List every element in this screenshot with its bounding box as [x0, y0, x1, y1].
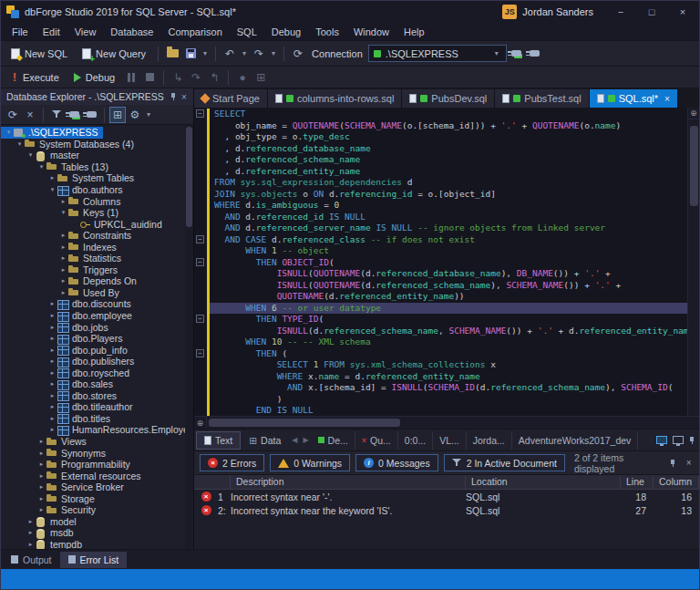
tree-item[interactable]: ▸Storage [1, 493, 100, 505]
menu-item-sql[interactable]: SQL [230, 25, 264, 39]
menu-item-debug[interactable]: Debug [264, 25, 308, 39]
user-name[interactable]: Jordan Sanders [522, 6, 593, 17]
expand-icon[interactable]: ▸ [58, 243, 68, 251]
disconnect-icon[interactable] [83, 107, 99, 123]
tree-item[interactable]: ▸dbo.jobs [1, 321, 114, 333]
fold-toggle-icon[interactable]: − [196, 258, 204, 266]
code-line[interactable]: AND d.referenced_id IS NULL [194, 212, 687, 223]
collapse-icon[interactable]: ▾ [15, 140, 25, 148]
error-header-location[interactable]: Location [466, 475, 621, 489]
debug-button[interactable]: Debug [67, 70, 121, 85]
expand-icon[interactable]: ▸ [47, 312, 57, 319]
menu-item-tools[interactable]: Tools [308, 25, 346, 39]
tree-item[interactable]: ▸Synonyms [1, 447, 111, 459]
tree-item[interactable]: ▸dbo.pub_info [1, 344, 133, 356]
step-into-icon[interactable]: ↳ [170, 69, 186, 86]
step-out-icon[interactable]: ↰ [206, 69, 222, 86]
new-query-button[interactable]: New Query [76, 47, 152, 61]
expand-icon[interactable]: ▸ [26, 529, 36, 536]
menu-item-file[interactable]: File [5, 25, 36, 39]
expand-icon[interactable]: ▸ [47, 357, 57, 365]
expand-icon[interactable]: ▸ [36, 461, 46, 468]
expand-icon[interactable]: ▸ [36, 472, 46, 480]
fold-toggle-icon[interactable]: − [196, 235, 204, 243]
tree-scrollbar[interactable] [185, 125, 193, 549]
code-line[interactable]: QUOTENAME(d.referenced_entity_name)) [194, 291, 687, 303]
code-line[interactable]: − THEN OBJECT_ID( [194, 257, 687, 269]
code-line[interactable]: END IS NULL [194, 405, 687, 416]
save-dropdown-icon[interactable]: ▾ [201, 49, 210, 57]
collapse-icon[interactable]: ▾ [26, 151, 36, 159]
code-line[interactable]: WHERE x.name = d.referenced_entity_name [194, 371, 687, 383]
tree-item[interactable]: ▸dbo.Players [1, 333, 128, 345]
tree-item[interactable]: ▾System Databases (4) [1, 139, 139, 150]
expand-icon[interactable]: ▸ [36, 438, 46, 445]
tab-columns-into-rows-sql[interactable]: columns-into-rows.sql [268, 89, 402, 108]
expand-icon[interactable]: ▸ [58, 254, 68, 262]
new-sql-button[interactable]: New SQL [5, 47, 74, 61]
fold-toggle-icon[interactable]: − [196, 109, 204, 118]
expand-icon[interactable]: ▸ [58, 277, 68, 285]
user-avatar[interactable]: JS [502, 5, 517, 19]
tree-item[interactable]: ▸Constraints [1, 230, 137, 242]
splitter-handle-icon[interactable]: ⊕ [194, 417, 207, 429]
collapse-icon[interactable]: ▾ [58, 209, 68, 216]
tree-item[interactable]: ▸HumanResources.Employee [1, 424, 193, 436]
code-editor[interactable]: −SELECT obj_name = QUOTENAME(SCHEMA_NAME… [194, 108, 699, 416]
menu-item-help[interactable]: Help [396, 25, 432, 39]
filter-icon[interactable] [48, 107, 65, 123]
tree-item[interactable]: ▾Keys (1) [1, 207, 124, 219]
expand-icon[interactable]: ▸ [47, 403, 57, 410]
tree-item[interactable]: ▸Triggers [1, 264, 123, 276]
undo-dropdown-icon[interactable]: ▾ [240, 49, 249, 57]
results-tab-data[interactable]: ⊞ Data [241, 431, 289, 450]
tree-item[interactable]: ▸dbo.sales [1, 378, 118, 390]
result-doc-tab[interactable]: AdventureWorks2017_dev [512, 431, 639, 450]
code-line[interactable]: WHEN 1 -- object [194, 245, 687, 257]
editor-vertical-scrollbar[interactable]: ⊕ [687, 108, 699, 416]
connect-icon[interactable] [66, 107, 82, 123]
fold-toggle-icon[interactable]: − [196, 315, 204, 323]
minimize-button[interactable]: − [608, 3, 633, 21]
manage-connections-icon[interactable] [527, 46, 543, 62]
error-row[interactable]: ×1Incorrect syntax near '-'.SQL.sql1816 [194, 490, 699, 503]
execute-button[interactable]: ! Execute [5, 69, 66, 86]
code-line[interactable]: JOIN sys.objects o ON d.referencing_id =… [194, 189, 687, 201]
scroll-tabs-right-icon[interactable]: ▶ [300, 436, 311, 444]
close-panel-icon[interactable]: × [179, 92, 190, 102]
close-button[interactable]: × [670, 3, 695, 21]
code-line[interactable]: , obj_type = o.type_desc [194, 131, 687, 143]
messages-filter-button[interactable]: i 0 Messages [355, 454, 438, 471]
view-mode-icon[interactable]: ⊞ [109, 107, 126, 123]
tree-item[interactable]: ▸Views [1, 436, 92, 448]
tree-item[interactable]: ▸dbo.titles [1, 413, 116, 425]
docked-tab-error-list[interactable]: Error List [60, 552, 128, 568]
results-tab-text[interactable]: Text [196, 431, 241, 450]
tree-item[interactable]: ▸Programmability [1, 459, 136, 471]
refresh-icon[interactable]: ⟳ [5, 107, 21, 123]
tree-item[interactable]: ▾master [1, 150, 85, 161]
tree-item[interactable]: ▸tempdb [1, 539, 88, 549]
tree-item[interactable]: ▸Security [1, 504, 101, 516]
breakpoints-icon[interactable]: ● [234, 69, 251, 86]
pin-panel-icon[interactable] [168, 91, 179, 102]
tree-item[interactable]: ▸External resources [1, 470, 147, 481]
tree-item[interactable]: ▸dbo.stores [1, 390, 122, 402]
result-doc-tab[interactable]: 0:0... [398, 431, 433, 450]
tree-item[interactable]: ▸msdb [1, 527, 79, 539]
menu-item-comparison[interactable]: Comparison [160, 25, 229, 39]
code-line[interactable]: ISNULL(QUOTENAME(d.referenced_schema_nam… [194, 280, 687, 292]
code-line[interactable]: , d.referenced_schema_name [194, 154, 687, 166]
menu-item-database[interactable]: Database [103, 25, 160, 39]
expand-icon[interactable]: ▸ [36, 450, 46, 457]
error-header-description[interactable]: Description [231, 475, 466, 489]
pin-results-icon[interactable] [686, 435, 697, 446]
warnings-filter-button[interactable]: 0 Warnings [270, 454, 350, 471]
new-connection-icon[interactable] [509, 46, 525, 62]
expand-icon[interactable]: ▸ [47, 369, 57, 377]
query-options-icon[interactable]: ⊞ [252, 69, 269, 86]
cancel-refresh-icon[interactable]: × [22, 107, 38, 123]
splitter-handle-icon[interactable]: ⊕ [688, 108, 699, 119]
tree-item[interactable]: ▸Used By [1, 287, 125, 299]
tab-start-page[interactable]: Start Page [194, 89, 268, 108]
